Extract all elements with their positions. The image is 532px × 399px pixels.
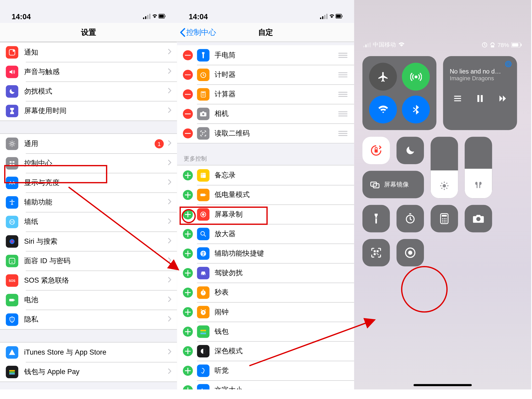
settings-row-privacy[interactable]: 隐私: [0, 310, 177, 329]
back-button[interactable]: 控制中心: [179, 23, 216, 42]
row-label: 钱包: [215, 327, 348, 336]
svg-rect-46: [185, 113, 191, 114]
reorder-handle[interactable]: [338, 52, 348, 57]
remove-button[interactable]: [183, 128, 193, 138]
chevron-right-icon: [168, 316, 171, 323]
customize-row-camera[interactable]: 相机: [177, 104, 354, 123]
customize-row-screenrec[interactable]: 屏幕录制: [177, 204, 354, 224]
customize-row-timer[interactable]: 计时器: [177, 65, 354, 84]
remove-button[interactable]: [183, 50, 193, 60]
add-button[interactable]: [183, 307, 193, 317]
customize-row-darkmode[interactable]: 深色模式: [177, 341, 354, 361]
bluetooth-toggle[interactable]: [402, 96, 430, 123]
chevron-right-icon: [168, 107, 171, 115]
add-button[interactable]: [183, 287, 193, 297]
media-list-icon[interactable]: [453, 94, 462, 105]
svg-point-100: [445, 221, 447, 222]
settings-row-wallpaper[interactable]: 墙纸: [0, 212, 177, 231]
add-button[interactable]: [183, 190, 193, 200]
add-button[interactable]: [183, 209, 193, 219]
reorder-handle[interactable]: [338, 111, 348, 116]
add-button[interactable]: [183, 365, 193, 375]
settings-row-general[interactable]: 通用 1: [0, 134, 177, 153]
reorder-handle[interactable]: [338, 131, 348, 136]
calculator-tile[interactable]: [431, 205, 458, 232]
customize-row-a11y-shortcut[interactable]: 辅助功能快捷键: [177, 244, 354, 263]
page-title: 自定: [258, 27, 273, 37]
media-tile[interactable]: No lies and no d… Imagine Dragons: [443, 56, 517, 130]
settings-row-sounds[interactable]: 声音与触感: [0, 62, 177, 81]
remove-button[interactable]: [183, 89, 193, 99]
connectivity-tile[interactable]: [362, 56, 436, 130]
notifications-icon: [6, 46, 18, 58]
settings-row-dnd[interactable]: 勿扰模式: [0, 82, 177, 101]
volume-slider[interactable]: [465, 137, 492, 198]
add-button[interactable]: [183, 346, 193, 356]
customize-row-alarm[interactable]: 闹钟: [177, 302, 354, 322]
settings-row-notifications[interactable]: 通知: [0, 42, 177, 62]
svg-rect-1: [145, 16, 146, 19]
customize-row-stopwatch[interactable]: 秒表: [177, 283, 354, 302]
orientation-lock-tile[interactable]: [362, 137, 390, 164]
customize-row-textsize[interactable]: Aa 文字大小: [177, 380, 354, 389]
settings-row-control-center[interactable]: 控制中心: [0, 153, 177, 173]
media-next-icon[interactable]: [498, 94, 507, 105]
svg-rect-84: [375, 149, 378, 152]
add-button[interactable]: [183, 385, 193, 389]
settings-row-screentime[interactable]: 屏幕使用时间: [0, 101, 177, 121]
svg-point-47: [202, 113, 204, 115]
camera-tile[interactable]: [465, 205, 492, 232]
customize-row-notes[interactable]: 备忘录: [177, 165, 354, 185]
settings-row-display[interactable]: AA 显示与亮度: [0, 173, 177, 192]
cellular-toggle[interactable]: [402, 63, 430, 91]
airplane-toggle[interactable]: [369, 63, 397, 91]
settings-row-faceid[interactable]: 面容 ID 与密码: [0, 251, 177, 270]
customize-row-lowpower[interactable]: 低电量模式: [177, 185, 354, 204]
svg-rect-52: [201, 173, 206, 178]
svg-rect-2: [147, 15, 148, 19]
customize-row-qr[interactable]: 读取二维码: [177, 123, 354, 143]
screenshot-settings: 14:04 设置 通知 声音与触感 勿扰模式 屏幕使用时间 通用 1: [0, 0, 177, 389]
airplay-icon[interactable]: [504, 60, 512, 69]
add-button[interactable]: [183, 170, 193, 180]
add-button[interactable]: [183, 327, 193, 336]
row-label: 声音与触感: [24, 67, 168, 77]
row-label: 电池: [24, 295, 168, 305]
customize-row-magnifier[interactable]: 放大器: [177, 224, 354, 243]
remove-button[interactable]: [183, 70, 193, 79]
remove-button[interactable]: [183, 109, 193, 118]
chevron-right-icon: [168, 48, 171, 56]
dnd-tile[interactable]: [396, 137, 424, 164]
customize-row-calculator[interactable]: 计算器: [177, 84, 354, 104]
row-label: 屏幕使用时间: [24, 106, 168, 116]
settings-row-accessibility[interactable]: 辅助功能: [0, 192, 177, 212]
svg-point-97: [445, 220, 447, 221]
add-button[interactable]: [183, 229, 193, 239]
settings-row-siri[interactable]: Siri 与搜索: [0, 231, 177, 251]
screen-recording-tile[interactable]: [396, 239, 424, 267]
siri-icon: [6, 235, 18, 248]
customize-row-hearing[interactable]: 听觉: [177, 361, 354, 380]
row-label: 勿扰模式: [24, 87, 168, 96]
customize-row-driving-dnd[interactable]: 驾驶勿扰: [177, 263, 354, 283]
wifi-toggle[interactable]: [369, 96, 397, 123]
row-label: 听觉: [215, 366, 348, 375]
settings-row-itunes[interactable]: iTunes Store 与 App Store: [0, 342, 177, 362]
customize-row-wallet[interactable]: 钱包: [177, 322, 354, 341]
brightness-slider[interactable]: [431, 137, 458, 198]
add-button[interactable]: [183, 248, 193, 258]
home-indicator[interactable]: [414, 384, 472, 386]
screen-mirroring-tile[interactable]: 屏幕镜像: [362, 171, 424, 198]
reorder-handle[interactable]: [338, 72, 348, 77]
media-pause-icon[interactable]: [475, 94, 484, 105]
customize-row-flashlight[interactable]: 手电筒: [177, 45, 354, 65]
reorder-handle[interactable]: [338, 92, 348, 97]
timer-tile[interactable]: [396, 205, 424, 232]
flashlight-tile[interactable]: [362, 205, 390, 232]
settings-row-wallet[interactable]: 钱包与 Apple Pay: [0, 362, 177, 382]
add-button[interactable]: [183, 268, 193, 278]
settings-row-battery[interactable]: 电池: [0, 290, 177, 310]
qr-scanner-tile[interactable]: [362, 239, 390, 267]
settings-row-sos[interactable]: SOS SOS 紧急联络: [0, 271, 177, 290]
svg-rect-103: [377, 250, 378, 252]
